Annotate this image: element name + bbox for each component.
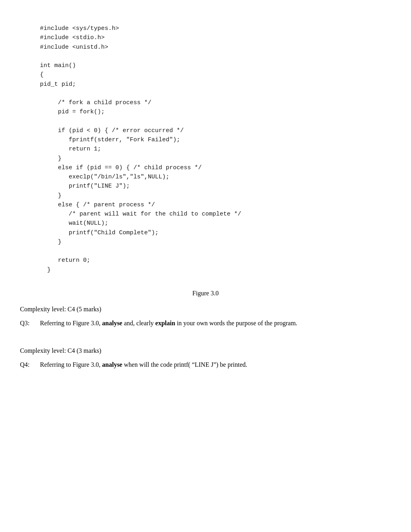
q4-label: Q4:	[20, 360, 40, 370]
q4-text: Referring to Figure 3.0, analyse when wi…	[40, 360, 391, 370]
q3-bold1: analyse	[102, 320, 123, 326]
q3-text-after: in your own words the purpose of the pro…	[175, 320, 298, 326]
q3-complexity: Complexity level: C4 (5 marks)	[20, 306, 391, 313]
q3-text-before: Referring to Figure 3.0,	[40, 320, 102, 326]
q4-text-before: Referring to Figure 3.0,	[40, 361, 102, 368]
q4-block: Q4: Referring to Figure 3.0, analyse whe…	[20, 360, 391, 370]
code-block: #include <sys/types.h> #include <stdio.h…	[20, 16, 391, 283]
q3-label: Q3:	[20, 318, 40, 328]
figure-caption: Figure 3.0	[20, 290, 391, 297]
q3-block: Q3: Referring to Figure 3.0, analyse and…	[20, 318, 391, 328]
q3-text-middle: and, clearly	[122, 320, 155, 326]
q4-bold1: analyse	[102, 361, 123, 368]
q3-bold2: explain	[155, 320, 175, 326]
q3-text: Referring to Figure 3.0, analyse and, cl…	[40, 318, 391, 328]
q4-text-after: when will the code printf( “LINE J”) be …	[122, 361, 247, 368]
q4-complexity: Complexity level: C4 (3 marks)	[20, 347, 391, 354]
